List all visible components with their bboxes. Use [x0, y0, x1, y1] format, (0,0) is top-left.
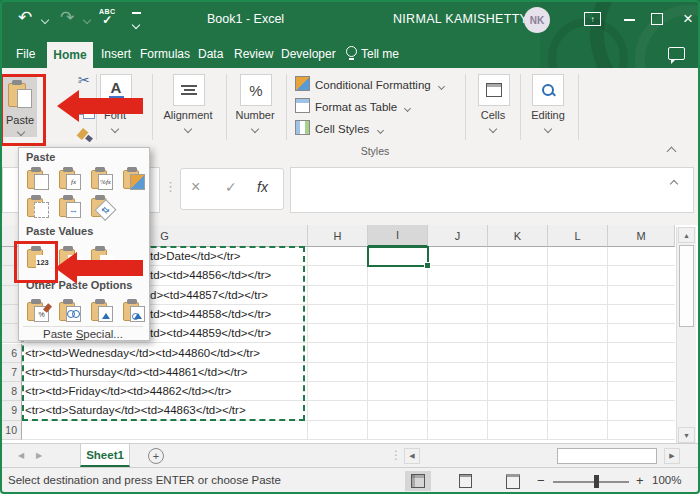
conditional-formatting-label: Conditional Formatting [315, 79, 431, 91]
cancel-icon[interactable]: × [191, 178, 200, 196]
new-sheet-button[interactable]: + [148, 448, 164, 464]
group-separator [578, 74, 579, 140]
close-button[interactable]: × [677, 9, 699, 29]
number-group-chevron[interactable] [251, 125, 259, 133]
paste-formulas-icon[interactable]: fx [57, 166, 81, 190]
hscroll-right-icon[interactable]: ▶ [664, 448, 680, 464]
enter-icon[interactable]: ✓ [225, 179, 237, 195]
row-header-9[interactable]: 9 [0, 401, 22, 420]
format-as-table-button[interactable]: Format as Table [295, 98, 410, 114]
tabbar-divider-icon[interactable]: ⋮ [390, 448, 402, 462]
paste-special-item[interactable]: Paste Special... [19, 328, 147, 340]
sheet-nav-right-icon[interactable]: ▶ [36, 451, 42, 460]
horizontal-scroll-thumb[interactable] [557, 448, 657, 464]
paste-button-highlight-box [0, 74, 46, 146]
paste-icon[interactable] [25, 166, 49, 190]
column-header-M[interactable]: M [608, 225, 675, 247]
insert-function-icon[interactable]: fx [257, 179, 268, 195]
tab-tellme[interactable]: Tell me [361, 46, 399, 62]
undo-dropdown-icon[interactable] [42, 16, 48, 25]
cell-row-7[interactable]: <tr><td>Thursday</td><td>44861</td></tr> [22, 363, 675, 382]
user-name[interactable]: NIRMAL KAMISHETTY [393, 12, 528, 26]
formula-input[interactable] [290, 167, 694, 213]
cell-row-6[interactable]: <tr><td>Wednesday</td><td>44860</td></tr… [22, 344, 675, 363]
keep-source-formatting-icon[interactable] [121, 166, 145, 190]
column-header-L[interactable]: L [548, 225, 608, 247]
column-header-I[interactable]: I [368, 225, 428, 247]
cells-group-chevron[interactable] [489, 125, 497, 133]
tab-insert[interactable]: Insert [101, 46, 131, 62]
collapse-ribbon-chevron[interactable] [667, 147, 677, 157]
group-separator [152, 74, 153, 140]
undo-icon[interactable]: ↶ [18, 10, 32, 25]
column-header-J[interactable]: J [428, 225, 488, 247]
paste-special-suffix: pecial... [83, 328, 123, 340]
keep-column-widths-icon[interactable]: ↔ [57, 194, 81, 218]
paste-picture-icon[interactable] [89, 298, 113, 322]
ribbon-display-options-icon[interactable]: ↑ [584, 12, 601, 26]
group-separator [520, 74, 521, 140]
tab-developer[interactable]: Developer [281, 46, 336, 62]
fill-handle[interactable] [424, 262, 431, 269]
namebox-divider-icon[interactable]: ⋮ [164, 179, 177, 194]
tab-file[interactable]: File [16, 46, 35, 62]
column-header-H[interactable]: H [308, 225, 368, 247]
row-header-8[interactable]: 8 [0, 382, 22, 401]
qat-customize-icon[interactable] [131, 12, 141, 32]
page-layout-view-button[interactable] [452, 471, 478, 491]
vertical-scrollbar[interactable]: ▲ ▼ [676, 227, 696, 443]
editing-group-chevron[interactable] [544, 125, 552, 133]
cell-row-8[interactable]: <tr><td>Friday</td><td>44862</td></tr> [22, 382, 675, 401]
paste-section-header: Paste [26, 151, 55, 163]
normal-view-button[interactable] [405, 471, 431, 491]
zoom-out-button[interactable]: − [537, 473, 545, 488]
no-borders-icon[interactable] [25, 194, 49, 218]
avatar[interactable]: NK [524, 7, 550, 33]
vertical-scroll-thumb[interactable] [679, 245, 694, 327]
alignment-group-icon[interactable] [173, 74, 205, 106]
hscroll-left-icon[interactable]: ◀ [404, 448, 420, 464]
scroll-up-icon[interactable]: ▲ [678, 227, 695, 243]
maximize-button[interactable] [651, 13, 663, 25]
alignment-group-label[interactable]: Alignment [155, 109, 221, 121]
zoom-slider-thumb[interactable] [594, 475, 599, 488]
editing-group-label[interactable]: Editing [525, 109, 571, 121]
sheet-nav-left-icon[interactable]: ◀ [18, 451, 24, 460]
tab-home[interactable]: Home [47, 42, 93, 68]
cells-group-icon[interactable] [478, 74, 510, 106]
number-group-icon[interactable]: % [240, 74, 272, 106]
font-group-chevron[interactable] [111, 125, 119, 133]
cell-row-9[interactable]: <tr><td>Saturday</td><td>44863</td></tr> [22, 401, 675, 420]
tab-review[interactable]: Review [234, 46, 273, 62]
row-header-6[interactable]: 6 [0, 344, 22, 363]
feedback-comment-icon[interactable] [668, 47, 685, 60]
minimize-button[interactable] [618, 10, 640, 30]
alignment-group-chevron[interactable] [184, 125, 192, 133]
conditional-formatting-button[interactable]: Conditional Formatting [295, 76, 444, 92]
row-header-10[interactable]: 10 [0, 421, 22, 440]
active-cell-I1[interactable] [367, 246, 429, 267]
editing-group-icon[interactable] [532, 74, 564, 106]
sheet-tab-sheet1[interactable]: Sheet1 [80, 444, 130, 467]
tab-formulas[interactable]: Formulas [140, 46, 190, 62]
cell-styles-button[interactable]: Cell Styles [295, 120, 383, 136]
zoom-slider-track[interactable] [553, 481, 629, 483]
cut-icon[interactable]: ✂ [78, 72, 90, 88]
paste-linked-picture-icon[interactable] [121, 298, 145, 322]
paste-link-icon[interactable] [57, 298, 81, 322]
zoom-level[interactable]: 100% [652, 474, 681, 486]
paste-formulas-number-formatting-icon[interactable]: %fx [89, 166, 113, 190]
row-header-7[interactable]: 7 [0, 363, 22, 382]
paste-formatting-icon[interactable]: % [25, 298, 49, 322]
column-header-K[interactable]: K [488, 225, 548, 247]
page-break-view-button[interactable] [500, 471, 526, 491]
zoom-in-button[interactable]: + [636, 473, 644, 488]
tab-data[interactable]: Data [198, 46, 223, 62]
spelling-icon[interactable]: ABC ✓ [99, 8, 116, 27]
scroll-down-icon[interactable]: ▼ [678, 427, 695, 443]
transpose-icon[interactable]: ⇄ [89, 194, 113, 218]
number-group-label[interactable]: Number [230, 109, 280, 121]
group-separator [226, 74, 227, 140]
cell-row-10[interactable] [22, 421, 675, 440]
cells-group-label[interactable]: Cells [473, 109, 513, 121]
